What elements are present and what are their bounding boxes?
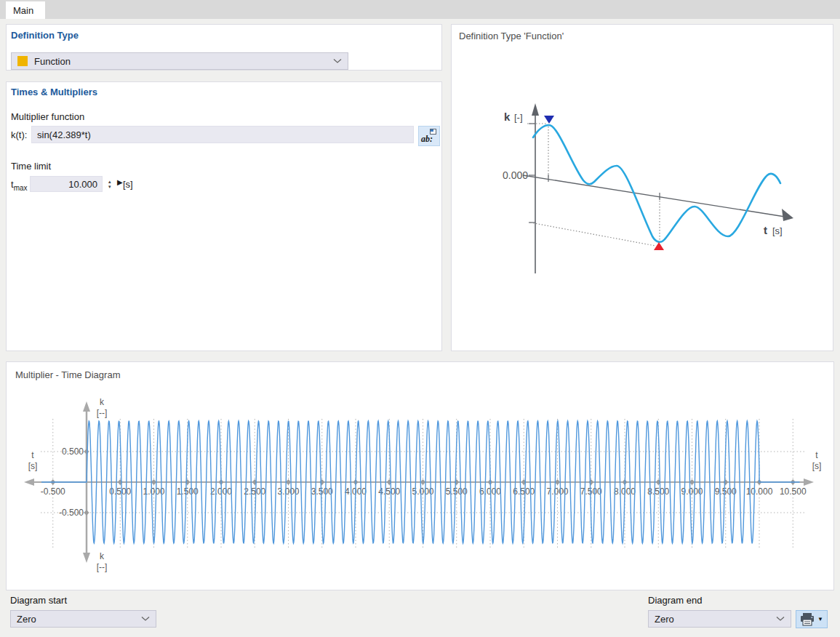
multiplier-time-diagram-panel: Multiplier - Time Diagram -0.5000.5001.0… — [6, 361, 834, 590]
diagram-end-value: Zero — [655, 614, 776, 625]
chevron-down-icon — [141, 616, 150, 622]
svg-text:[s]: [s] — [812, 461, 822, 471]
svg-text:[s]: [s] — [28, 461, 38, 471]
svg-text:[s]: [s] — [772, 225, 783, 236]
printer-icon — [800, 613, 815, 626]
tmax-detail-button[interactable]: ▶ — [117, 178, 123, 186]
times-multipliers-header: Times & Multipliers — [11, 87, 97, 97]
svg-text:10.500: 10.500 — [780, 486, 807, 497]
definition-type-dropdown[interactable]: Function — [11, 52, 348, 70]
svg-text:0.500: 0.500 — [109, 486, 131, 497]
multiplier-function-label: Multiplier function — [11, 111, 84, 122]
svg-text:k: k — [100, 397, 105, 407]
times-multipliers-panel: Times & Multipliers Multiplier function … — [6, 81, 442, 351]
svg-text:7.500: 7.500 — [580, 486, 602, 497]
definition-type-value: Function — [34, 56, 333, 67]
multiplier-function-input[interactable] — [31, 126, 414, 143]
svg-text:6.500: 6.500 — [513, 486, 535, 497]
definition-preview-panel: Definition Type 'Function' k [-] 0.000 t… — [451, 24, 833, 351]
svg-text:0.500: 0.500 — [62, 446, 84, 457]
tab-main[interactable]: Main — [6, 1, 45, 19]
tmax-label: tmax — [11, 179, 28, 192]
svg-text:t: t — [31, 450, 34, 460]
spin-down-icon[interactable]: ▾ — [108, 184, 111, 189]
definition-type-panel: Definition Type Function — [6, 24, 442, 71]
svg-text:[-]: [-] — [514, 112, 523, 123]
diagram-end-label: Diagram end — [648, 595, 702, 606]
svg-text:t: t — [815, 450, 818, 460]
svg-text:5.500: 5.500 — [446, 486, 468, 497]
print-button[interactable]: ▼ — [796, 610, 828, 628]
min-marker-icon — [654, 242, 664, 250]
tab-bar: Main — [0, 0, 840, 19]
diagram-start-dropdown[interactable]: Zero — [10, 610, 156, 628]
svg-text:[--]: [--] — [97, 562, 108, 572]
svg-text:k: k — [504, 111, 511, 123]
svg-text:-0.500: -0.500 — [59, 508, 84, 518]
definition-type-header: Definition Type — [11, 30, 79, 41]
svg-text:3.500: 3.500 — [311, 486, 333, 497]
diagram-title: Multiplier - Time Diagram — [15, 369, 120, 380]
tmax-input[interactable] — [30, 176, 103, 192]
tmax-unit: [s] — [123, 179, 133, 190]
multiplier-time-chart: -0.5000.5001.0001.5002.0002.5003.0003.50… — [7, 362, 833, 590]
time-limit-label: Time limit — [11, 161, 51, 172]
diagram-start-value: Zero — [17, 614, 141, 625]
svg-text:2.500: 2.500 — [244, 486, 265, 497]
svg-text:k: k — [100, 551, 105, 561]
function-schematic: k [-] 0.000 t [s] — [452, 39, 833, 345]
ab-glyph: ab: — [421, 134, 433, 145]
chevron-down-icon — [776, 616, 785, 622]
svg-text:9.500: 9.500 — [715, 486, 737, 497]
max-marker-icon — [544, 116, 554, 124]
print-options-caret[interactable]: ▼ — [817, 616, 823, 622]
svg-text:4.500: 4.500 — [378, 486, 400, 497]
svg-text:t: t — [764, 224, 767, 236]
function-color-swatch — [17, 56, 28, 66]
spin-up-icon[interactable]: ▴ — [108, 179, 111, 184]
edit-formula-button[interactable]: ab: — [418, 126, 440, 146]
kt-label: k(t): — [11, 129, 27, 140]
svg-text:[--]: [--] — [97, 408, 108, 418]
diagram-start-label: Diagram start — [10, 595, 67, 606]
chevron-down-icon — [333, 58, 342, 64]
svg-text:0.000: 0.000 — [503, 169, 528, 181]
tmax-spinner[interactable]: ▴ ▾ — [108, 176, 111, 192]
diagram-end-dropdown[interactable]: Zero — [648, 610, 791, 628]
svg-text:-0.500: -0.500 — [41, 486, 65, 497]
svg-text:1.500: 1.500 — [177, 486, 199, 497]
